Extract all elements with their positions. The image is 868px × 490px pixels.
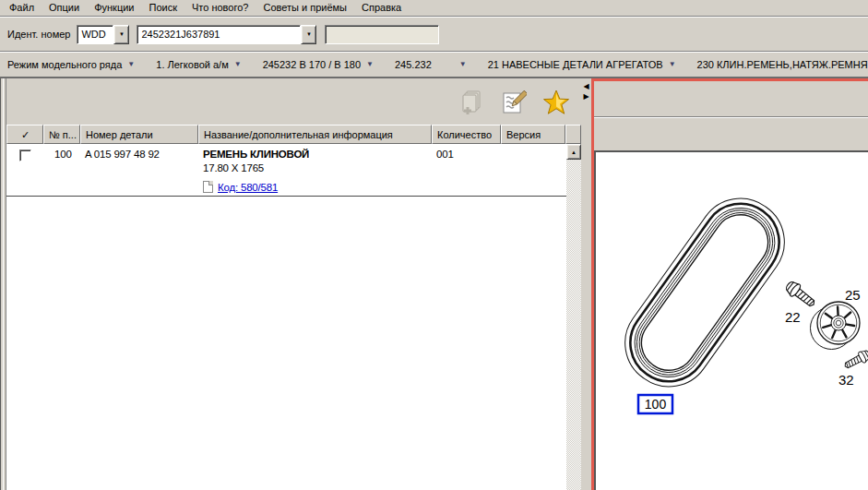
header-part-number[interactable]: Номер детали bbox=[80, 125, 198, 144]
nav-group[interactable]: 21 НАВЕСНЫЕ ДЕТАЛИ АГРЕГАТОВ ▼ bbox=[488, 59, 676, 70]
model-nav-bar: Режим модельного ряда ▼ 1. Легковой а/м … bbox=[0, 53, 868, 77]
collapse-left-icon[interactable]: ◀ bbox=[583, 81, 589, 91]
nav-model[interactable]: 245232 B 170 / B 180 ▼ bbox=[263, 59, 374, 70]
callout-22[interactable]: 22 bbox=[785, 309, 801, 325]
vin-input[interactable]: 2452321J637891 bbox=[137, 25, 301, 44]
nav-model-range-mode[interactable]: Режим модельного ряда ▼ bbox=[7, 59, 135, 70]
diagram-toolbar bbox=[594, 81, 868, 116]
aux-field[interactable] bbox=[325, 25, 439, 44]
callout-100-label: 100 bbox=[645, 397, 667, 412]
menu-functions[interactable]: Функции bbox=[87, 1, 141, 15]
nav-label: 245232 B 170 / B 180 bbox=[263, 59, 361, 70]
panel-splitter[interactable]: ◀ ▶ bbox=[581, 78, 591, 490]
nav-vehicle-type[interactable]: 1. Легковой а/м ▼ bbox=[156, 59, 241, 70]
header-quantity[interactable]: Количество bbox=[432, 125, 501, 144]
chevron-down-icon: ▼ bbox=[669, 61, 676, 68]
chevron-down-icon: ▼ bbox=[127, 61, 135, 68]
nav-subgroup[interactable]: 230 КЛИН.РЕМЕНЬ,НАТЯЖ.РЕМНЯ,ОБВОДНОЙ РО bbox=[697, 59, 868, 70]
header-filler bbox=[565, 125, 581, 144]
callout-100-selected[interactable]: 100 bbox=[638, 395, 672, 413]
header-version[interactable]: Версия bbox=[501, 125, 565, 144]
pulley-part[interactable] bbox=[811, 302, 861, 350]
menu-tips[interactable]: Советы и приёмы bbox=[256, 1, 354, 15]
panel-frame bbox=[0, 78, 6, 490]
vin-dropdown-icon[interactable]: ▼ bbox=[301, 25, 316, 44]
menu-options[interactable]: Опции bbox=[42, 1, 87, 15]
header-check[interactable]: ✓ bbox=[6, 125, 43, 144]
parts-table-header: ✓ № п... Номер детали Название/дополните… bbox=[6, 125, 581, 144]
favorites-star-icon[interactable] bbox=[542, 89, 570, 116]
main-area: ✓ № п... Номер детали Название/дополните… bbox=[0, 77, 868, 490]
diagram-panel: 22 25 32 100 bbox=[591, 78, 868, 490]
menu-bar: Файл Опции Функции Поиск Что нового? Сов… bbox=[0, 0, 868, 16]
header-pos[interactable]: № п... bbox=[43, 125, 80, 144]
row-version bbox=[501, 149, 565, 193]
parts-scrollbar[interactable]: ▲ bbox=[566, 144, 581, 490]
wmi-combobox[interactable]: WDD ▼ bbox=[77, 25, 129, 44]
nav-label: 21 НАВЕСНЫЕ ДЕТАЛИ АГРЕГАТОВ bbox=[488, 59, 663, 70]
callout-25[interactable]: 25 bbox=[845, 287, 861, 303]
menu-file[interactable]: Файл bbox=[2, 1, 42, 15]
row-part-name: РЕМЕНЬ КЛИНОВОЙ bbox=[203, 149, 428, 160]
scroll-up-icon[interactable]: ▲ bbox=[566, 144, 581, 160]
ident-label: Идент. номер bbox=[7, 29, 70, 40]
wmi-dropdown-icon[interactable]: ▼ bbox=[113, 25, 129, 44]
code-link[interactable]: Код: 580/581 bbox=[218, 182, 278, 193]
collapse-right-icon[interactable]: ▶ bbox=[583, 91, 589, 102]
row-quantity: 001 bbox=[432, 149, 501, 193]
belt-diagram: 22 25 32 100 bbox=[596, 152, 868, 490]
table-row[interactable]: 100 A 015 997 48 92 РЕМЕНЬ КЛИНОВОЙ 17.8… bbox=[6, 144, 566, 197]
copy-documents-icon[interactable] bbox=[458, 89, 485, 116]
row-checkbox[interactable] bbox=[19, 149, 31, 161]
callout-32[interactable]: 32 bbox=[838, 372, 854, 388]
code-document-icon[interactable] bbox=[203, 181, 213, 193]
nav-label: 1. Легковой а/м bbox=[156, 59, 228, 70]
nav-label: 245.232 bbox=[395, 59, 432, 70]
chevron-down-icon: ▼ bbox=[234, 61, 242, 68]
row-part-info: 17.80 X 1765 bbox=[203, 162, 428, 173]
ident-bar: Идент. номер WDD ▼ 2452321J637891 ▼ bbox=[0, 18, 868, 51]
bolt-32-part[interactable] bbox=[842, 348, 868, 371]
diagram-canvas[interactable]: 22 25 32 100 bbox=[594, 150, 868, 490]
wmi-value[interactable]: WDD bbox=[77, 25, 113, 44]
vin-combobox[interactable]: 2452321J637891 ▼ bbox=[137, 25, 316, 44]
chevron-down-icon: ▼ bbox=[459, 61, 467, 68]
nav-label: 230 КЛИН.РЕМЕНЬ,НАТЯЖ.РЕМНЯ,ОБВОДНОЙ РО bbox=[697, 59, 868, 70]
belt-part[interactable] bbox=[609, 182, 802, 403]
edit-notes-icon[interactable] bbox=[500, 89, 528, 116]
parts-list-panel: ✓ № п... Номер детали Название/дополните… bbox=[0, 78, 581, 490]
nav-label: Режим модельного ряда bbox=[7, 59, 122, 70]
row-pos: 100 bbox=[43, 149, 80, 193]
parts-toolbar bbox=[6, 78, 581, 125]
bolt-22-part[interactable] bbox=[783, 279, 818, 310]
chevron-down-icon: ▼ bbox=[366, 61, 374, 68]
diagram-subtoolbar bbox=[594, 118, 868, 150]
menu-whats-new[interactable]: Что нового? bbox=[184, 1, 256, 15]
nav-model-code[interactable]: 245.232 ▼ bbox=[395, 59, 467, 70]
row-part-number: A 015 997 48 92 bbox=[80, 149, 198, 193]
menu-search[interactable]: Поиск bbox=[142, 1, 184, 15]
header-name[interactable]: Название/дополнительная информация bbox=[198, 125, 432, 144]
menu-help[interactable]: Справка bbox=[354, 1, 409, 15]
parts-rows: 100 A 015 997 48 92 РЕМЕНЬ КЛИНОВОЙ 17.8… bbox=[6, 144, 566, 490]
